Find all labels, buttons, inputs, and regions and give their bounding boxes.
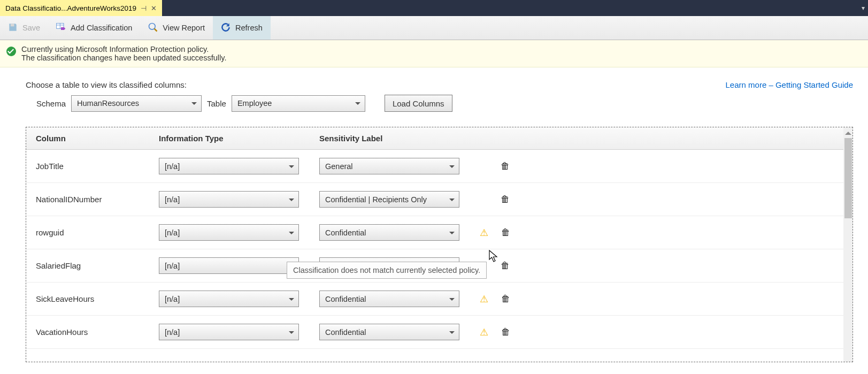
warning-icon[interactable]: ⚠ xyxy=(480,326,488,338)
title-bar: Data Classificatio...AdventureWorks2019 … xyxy=(0,0,868,16)
grid-row: SickLeaveHours [n/a] Confidential ⚠ 🗑 xyxy=(26,283,843,316)
grid-header: Column Information Type Sensitivity Labe… xyxy=(26,127,843,150)
close-icon[interactable]: ✕ xyxy=(151,4,157,12)
header-column: Column xyxy=(36,134,159,143)
classification-grid: Column Information Type Sensitivity Labe… xyxy=(26,127,853,362)
add-classification-label: Add Classification xyxy=(71,24,132,32)
sensitivity-dropdown[interactable]: General xyxy=(319,158,459,174)
load-columns-button[interactable]: Load Columns xyxy=(385,95,452,112)
info-type-dropdown[interactable]: [n/a] xyxy=(159,291,299,307)
content-area: Choose a table to view its classified co… xyxy=(0,67,868,362)
magnifier-icon xyxy=(148,22,158,34)
scroll-thumb[interactable] xyxy=(844,138,852,218)
column-name-cell: NationalIDNumber xyxy=(36,195,159,204)
grid-row: rowguid [n/a] Confidential ⚠ 🗑 xyxy=(26,216,843,249)
view-report-button[interactable]: View Report xyxy=(140,16,213,40)
info-type-dropdown[interactable]: [n/a] xyxy=(159,224,299,241)
prompt-text: Choose a table to view its classified co… xyxy=(26,80,452,89)
info-type-dropdown[interactable]: [n/a] xyxy=(159,324,299,340)
delete-icon[interactable]: 🗑 xyxy=(501,294,510,304)
header-info-type: Information Type xyxy=(159,134,319,143)
column-name-cell: JobTitle xyxy=(36,162,159,171)
vertical-scrollbar[interactable] xyxy=(843,127,852,362)
save-icon xyxy=(7,22,18,34)
warning-tooltip: Classification does not match currently … xyxy=(287,262,487,279)
sensitivity-dropdown[interactable]: Confidential xyxy=(319,224,459,241)
warning-icon[interactable]: ⚠ xyxy=(480,293,488,305)
learn-more-link[interactable]: Learn more – Getting Started Guide xyxy=(726,80,853,89)
header-sensitivity: Sensitivity Label xyxy=(319,134,485,143)
grid-row: NationalIDNumber [n/a] Confidential | Re… xyxy=(26,183,843,216)
grid-row: VacationHours [n/a] Confidential ⚠ 🗑 xyxy=(26,316,843,349)
warning-icon[interactable]: ⚠ xyxy=(480,227,488,239)
load-columns-label: Load Columns xyxy=(393,99,444,108)
save-button[interactable]: Save xyxy=(0,16,48,40)
selector-row: Schema HumanResources Table Employee Loa… xyxy=(36,95,452,112)
refresh-label: Refresh xyxy=(235,24,263,32)
info-type-dropdown[interactable]: [n/a] xyxy=(159,257,299,274)
grid-row: JobTitle [n/a] General 🗑 xyxy=(26,150,843,183)
delete-icon[interactable]: 🗑 xyxy=(501,194,510,205)
sensitivity-dropdown[interactable]: Confidential | Recipients Only xyxy=(319,191,459,208)
delete-icon[interactable]: 🗑 xyxy=(501,161,510,172)
refresh-icon xyxy=(220,22,231,34)
delete-icon[interactable]: 🗑 xyxy=(501,227,510,238)
tab-title: Data Classificatio...AdventureWorks2019 xyxy=(5,4,136,12)
refresh-button[interactable]: Refresh xyxy=(213,16,271,40)
table-value: Employee xyxy=(237,99,272,108)
info-type-dropdown[interactable]: [n/a] xyxy=(159,191,299,208)
svg-line-4 xyxy=(155,28,157,31)
sensitivity-dropdown[interactable]: Confidential xyxy=(319,291,459,307)
scroll-up-arrow[interactable] xyxy=(845,128,851,135)
schema-label: Schema xyxy=(36,99,66,108)
tab-overflow-icon[interactable]: ▾ xyxy=(862,4,865,12)
table-label: Table xyxy=(207,99,226,108)
add-classification-button[interactable]: Add Classification xyxy=(48,16,140,40)
toolbar: Save Add Classification View Report Refr… xyxy=(0,16,868,40)
save-label: Save xyxy=(22,24,40,32)
column-name-cell: SickLeaveHours xyxy=(36,294,159,303)
success-check-icon xyxy=(6,47,16,56)
pin-icon[interactable]: ⊣ xyxy=(141,4,147,12)
column-name-cell: rowguid xyxy=(36,228,159,237)
schema-dropdown[interactable]: HumanResources xyxy=(71,95,202,112)
schema-value: HumanResources xyxy=(77,99,139,108)
document-tab[interactable]: Data Classificatio...AdventureWorks2019 … xyxy=(0,0,162,16)
info-type-dropdown[interactable]: [n/a] xyxy=(159,158,299,174)
svg-point-3 xyxy=(149,23,156,29)
banner-line1: Currently using Microsoft Information Pr… xyxy=(21,45,226,54)
delete-icon[interactable]: 🗑 xyxy=(501,261,510,271)
column-name-cell: SalariedFlag xyxy=(36,261,159,270)
info-banner: Currently using Microsoft Information Pr… xyxy=(0,40,868,67)
view-report-label: View Report xyxy=(163,24,205,32)
sensitivity-dropdown[interactable]: Confidential xyxy=(319,324,459,340)
table-dropdown[interactable]: Employee xyxy=(232,95,365,112)
table-tag-icon xyxy=(56,22,66,34)
delete-icon[interactable]: 🗑 xyxy=(501,327,510,338)
banner-line2: The classification changes have been upd… xyxy=(21,54,226,62)
column-name-cell: VacationHours xyxy=(36,327,159,337)
